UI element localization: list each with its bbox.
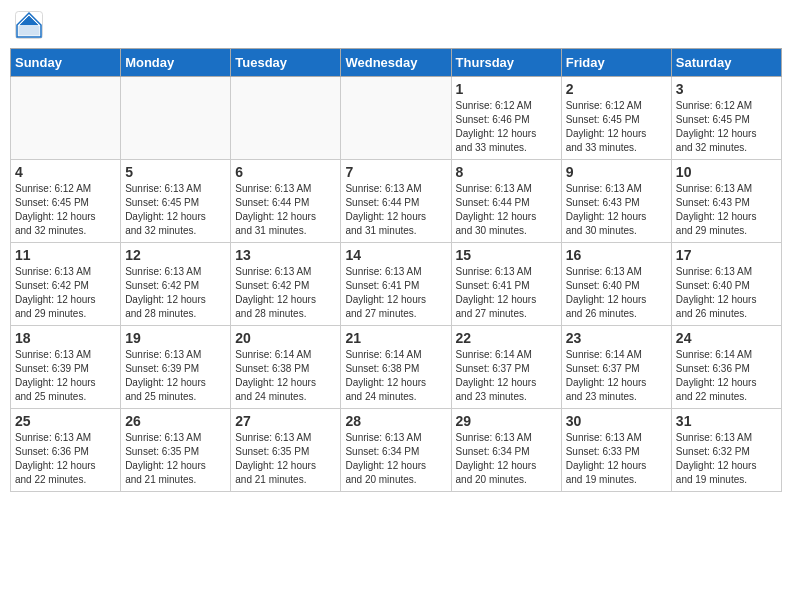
day-info: Sunrise: 6:13 AM Sunset: 6:41 PM Dayligh… [345,265,446,321]
header [10,10,782,40]
day-info: Sunrise: 6:13 AM Sunset: 6:32 PM Dayligh… [676,431,777,487]
day-cell: 15Sunrise: 6:13 AM Sunset: 6:41 PM Dayli… [451,243,561,326]
day-info: Sunrise: 6:13 AM Sunset: 6:44 PM Dayligh… [345,182,446,238]
col-header-wednesday: Wednesday [341,49,451,77]
day-cell: 10Sunrise: 6:13 AM Sunset: 6:43 PM Dayli… [671,160,781,243]
col-header-tuesday: Tuesday [231,49,341,77]
week-row-1: 1Sunrise: 6:12 AM Sunset: 6:46 PM Daylig… [11,77,782,160]
day-number: 2 [566,81,667,97]
day-cell: 6Sunrise: 6:13 AM Sunset: 6:44 PM Daylig… [231,160,341,243]
day-info: Sunrise: 6:13 AM Sunset: 6:36 PM Dayligh… [15,431,116,487]
day-number: 3 [676,81,777,97]
logo [14,10,48,40]
day-cell: 27Sunrise: 6:13 AM Sunset: 6:35 PM Dayli… [231,409,341,492]
day-number: 17 [676,247,777,263]
day-info: Sunrise: 6:13 AM Sunset: 6:33 PM Dayligh… [566,431,667,487]
day-info: Sunrise: 6:12 AM Sunset: 6:45 PM Dayligh… [566,99,667,155]
day-info: Sunrise: 6:14 AM Sunset: 6:38 PM Dayligh… [235,348,336,404]
day-cell: 7Sunrise: 6:13 AM Sunset: 6:44 PM Daylig… [341,160,451,243]
day-number: 23 [566,330,667,346]
day-number: 22 [456,330,557,346]
day-info: Sunrise: 6:13 AM Sunset: 6:42 PM Dayligh… [15,265,116,321]
day-cell [341,77,451,160]
day-cell: 18Sunrise: 6:13 AM Sunset: 6:39 PM Dayli… [11,326,121,409]
day-cell: 12Sunrise: 6:13 AM Sunset: 6:42 PM Dayli… [121,243,231,326]
day-cell: 26Sunrise: 6:13 AM Sunset: 6:35 PM Dayli… [121,409,231,492]
day-number: 29 [456,413,557,429]
day-number: 15 [456,247,557,263]
col-header-monday: Monday [121,49,231,77]
day-info: Sunrise: 6:14 AM Sunset: 6:36 PM Dayligh… [676,348,777,404]
day-info: Sunrise: 6:13 AM Sunset: 6:44 PM Dayligh… [235,182,336,238]
day-number: 18 [15,330,116,346]
day-info: Sunrise: 6:13 AM Sunset: 6:42 PM Dayligh… [235,265,336,321]
col-header-thursday: Thursday [451,49,561,77]
day-cell: 14Sunrise: 6:13 AM Sunset: 6:41 PM Dayli… [341,243,451,326]
day-number: 6 [235,164,336,180]
day-cell: 9Sunrise: 6:13 AM Sunset: 6:43 PM Daylig… [561,160,671,243]
day-cell [11,77,121,160]
day-number: 20 [235,330,336,346]
day-info: Sunrise: 6:13 AM Sunset: 6:41 PM Dayligh… [456,265,557,321]
col-header-friday: Friday [561,49,671,77]
day-number: 10 [676,164,777,180]
day-info: Sunrise: 6:14 AM Sunset: 6:38 PM Dayligh… [345,348,446,404]
day-info: Sunrise: 6:13 AM Sunset: 6:35 PM Dayligh… [125,431,226,487]
day-cell: 13Sunrise: 6:13 AM Sunset: 6:42 PM Dayli… [231,243,341,326]
days-header-row: SundayMondayTuesdayWednesdayThursdayFrid… [11,49,782,77]
day-info: Sunrise: 6:13 AM Sunset: 6:34 PM Dayligh… [456,431,557,487]
day-info: Sunrise: 6:13 AM Sunset: 6:40 PM Dayligh… [566,265,667,321]
day-info: Sunrise: 6:12 AM Sunset: 6:45 PM Dayligh… [15,182,116,238]
day-cell: 30Sunrise: 6:13 AM Sunset: 6:33 PM Dayli… [561,409,671,492]
day-number: 12 [125,247,226,263]
day-number: 9 [566,164,667,180]
day-cell: 17Sunrise: 6:13 AM Sunset: 6:40 PM Dayli… [671,243,781,326]
day-number: 11 [15,247,116,263]
day-info: Sunrise: 6:12 AM Sunset: 6:46 PM Dayligh… [456,99,557,155]
week-row-2: 4Sunrise: 6:12 AM Sunset: 6:45 PM Daylig… [11,160,782,243]
col-header-saturday: Saturday [671,49,781,77]
calendar-table: SundayMondayTuesdayWednesdayThursdayFrid… [10,48,782,492]
day-cell: 8Sunrise: 6:13 AM Sunset: 6:44 PM Daylig… [451,160,561,243]
day-number: 21 [345,330,446,346]
day-cell: 4Sunrise: 6:12 AM Sunset: 6:45 PM Daylig… [11,160,121,243]
day-number: 4 [15,164,116,180]
day-info: Sunrise: 6:13 AM Sunset: 6:35 PM Dayligh… [235,431,336,487]
day-number: 14 [345,247,446,263]
day-cell: 19Sunrise: 6:13 AM Sunset: 6:39 PM Dayli… [121,326,231,409]
day-cell [231,77,341,160]
day-cell: 24Sunrise: 6:14 AM Sunset: 6:36 PM Dayli… [671,326,781,409]
day-cell: 16Sunrise: 6:13 AM Sunset: 6:40 PM Dayli… [561,243,671,326]
day-number: 31 [676,413,777,429]
day-number: 26 [125,413,226,429]
day-number: 8 [456,164,557,180]
day-info: Sunrise: 6:13 AM Sunset: 6:42 PM Dayligh… [125,265,226,321]
day-info: Sunrise: 6:14 AM Sunset: 6:37 PM Dayligh… [566,348,667,404]
day-info: Sunrise: 6:13 AM Sunset: 6:39 PM Dayligh… [15,348,116,404]
day-cell: 25Sunrise: 6:13 AM Sunset: 6:36 PM Dayli… [11,409,121,492]
day-number: 5 [125,164,226,180]
day-info: Sunrise: 6:13 AM Sunset: 6:39 PM Dayligh… [125,348,226,404]
day-info: Sunrise: 6:13 AM Sunset: 6:34 PM Dayligh… [345,431,446,487]
day-info: Sunrise: 6:13 AM Sunset: 6:44 PM Dayligh… [456,182,557,238]
day-number: 16 [566,247,667,263]
day-number: 19 [125,330,226,346]
day-number: 13 [235,247,336,263]
week-row-3: 11Sunrise: 6:13 AM Sunset: 6:42 PM Dayli… [11,243,782,326]
day-cell: 1Sunrise: 6:12 AM Sunset: 6:46 PM Daylig… [451,77,561,160]
week-row-5: 25Sunrise: 6:13 AM Sunset: 6:36 PM Dayli… [11,409,782,492]
day-cell: 5Sunrise: 6:13 AM Sunset: 6:45 PM Daylig… [121,160,231,243]
day-cell: 31Sunrise: 6:13 AM Sunset: 6:32 PM Dayli… [671,409,781,492]
week-row-4: 18Sunrise: 6:13 AM Sunset: 6:39 PM Dayli… [11,326,782,409]
logo-icon [14,10,44,40]
day-cell: 3Sunrise: 6:12 AM Sunset: 6:45 PM Daylig… [671,77,781,160]
day-info: Sunrise: 6:14 AM Sunset: 6:37 PM Dayligh… [456,348,557,404]
day-number: 30 [566,413,667,429]
day-cell: 2Sunrise: 6:12 AM Sunset: 6:45 PM Daylig… [561,77,671,160]
day-info: Sunrise: 6:13 AM Sunset: 6:43 PM Dayligh… [566,182,667,238]
day-number: 28 [345,413,446,429]
day-cell: 20Sunrise: 6:14 AM Sunset: 6:38 PM Dayli… [231,326,341,409]
day-info: Sunrise: 6:13 AM Sunset: 6:40 PM Dayligh… [676,265,777,321]
day-cell: 21Sunrise: 6:14 AM Sunset: 6:38 PM Dayli… [341,326,451,409]
day-cell: 23Sunrise: 6:14 AM Sunset: 6:37 PM Dayli… [561,326,671,409]
